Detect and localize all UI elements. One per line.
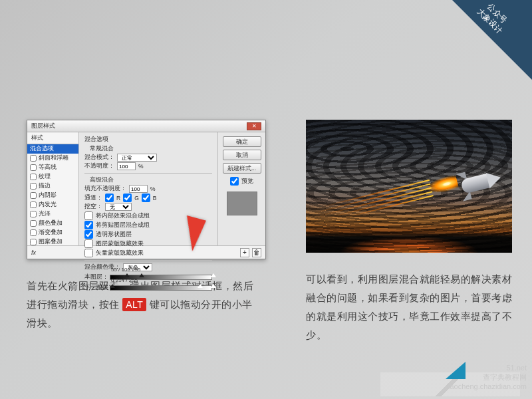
slider-handle-white[interactable] <box>211 284 216 288</box>
channel-r-checkbox[interactable] <box>105 194 114 202</box>
subsection-general: 常规混合 <box>90 145 212 153</box>
sidebar-item-inner-glow[interactable]: 内发光 <box>27 200 78 209</box>
sidebar-item-gradient-overlay[interactable]: 渐变叠加 <box>27 228 78 237</box>
subsection-advanced: 高级混合 <box>90 176 212 184</box>
checkbox-icon[interactable] <box>30 155 37 162</box>
knockout-label: 挖空： <box>84 203 102 211</box>
right-column: 可以看到，利用图层混合就能轻易的解决素材融合的问题，如果看到复杂的图片，首要考虑… <box>306 120 512 344</box>
percent-label: % <box>150 186 156 192</box>
percent-label: % <box>138 163 144 170</box>
knockout-select[interactable]: 无 <box>105 203 132 211</box>
this-layer-label: 本图层： <box>84 273 108 281</box>
sidebar-item-texture[interactable]: 纹理 <box>27 172 78 182</box>
cancel-button[interactable]: 取消 <box>223 150 261 160</box>
checkbox-icon[interactable] <box>30 220 37 227</box>
section-title: 混合选项 <box>84 135 212 144</box>
channel-b-checkbox[interactable] <box>142 194 150 202</box>
this-layer-values: 55 / 106 255 <box>111 267 140 273</box>
adv-opt-label: 矢量蒙版隐藏效果 <box>96 249 144 257</box>
dialog-title: 图层样式 <box>31 122 55 130</box>
underlying-layer-slider[interactable]: 0 214 / 255 下一图层： <box>84 283 212 293</box>
sidebar-item-label: 纹理 <box>39 173 51 181</box>
corner-badge: 公众号 大象设计 <box>452 0 532 80</box>
dialog-main: 混合选项 常规混合 混合模式： 正常 不透明度： % 高级混合 填充不透明度： <box>79 132 217 245</box>
fill-opacity-input[interactable] <box>129 185 148 193</box>
sidebar-item-label: 混合选项 <box>30 145 54 153</box>
sidebar-item-label: 颜色叠加 <box>39 219 63 227</box>
watermark-line: 51.net <box>447 363 527 372</box>
dialog-right-panel: 确定 取消 新建样式... 预览 <box>217 132 265 245</box>
watermark: 51.net 查字典教程网 jiaocheng.chazidian.com <box>447 363 527 391</box>
opacity-input[interactable] <box>117 162 136 170</box>
sidebar-item-label: 内发光 <box>39 201 57 209</box>
blend-mode-select[interactable]: 正常 <box>117 154 157 162</box>
channel-b-label: B <box>153 195 157 201</box>
watermark-line: jiaocheng.chazidian.com <box>447 382 527 391</box>
watermark-line: 查字典教程网 <box>447 372 527 382</box>
slider-handle-white-split[interactable] <box>198 284 203 288</box>
sidebar-item-inner-shadow[interactable]: 内阴影 <box>27 191 78 200</box>
sidebar-item-pattern-overlay[interactable]: 图案叠加 <box>27 237 78 245</box>
sidebar-item-label: 光泽 <box>39 210 51 218</box>
opacity-label: 不透明度： <box>84 162 114 170</box>
preview-label: 预览 <box>241 178 253 186</box>
checkbox-icon[interactable] <box>30 192 37 199</box>
close-icon[interactable]: ✕ <box>247 122 261 130</box>
checkbox-icon[interactable] <box>30 211 37 217</box>
sidebar-item-bevel[interactable]: 斜面和浮雕 <box>27 154 78 163</box>
sidebar-item-contour[interactable]: 等高线 <box>27 163 78 172</box>
right-caption: 可以看到，利用图层混合就能轻易的解决素材融合的问题，如果看到复杂的图片，首要考虑… <box>306 270 512 344</box>
dialog-titlebar: 图层样式 ✕ <box>27 120 265 132</box>
adv-opt-checkbox[interactable] <box>84 221 93 229</box>
adv-opt-checkbox[interactable] <box>84 239 93 248</box>
sidebar-item-label: 渐变叠加 <box>39 229 63 237</box>
slider-track[interactable] <box>110 285 212 291</box>
sidebar-item-stroke[interactable]: 描边 <box>27 182 78 191</box>
checkbox-icon[interactable] <box>30 164 37 171</box>
adv-opt-label: 图层蒙版隐藏效果 <box>96 240 144 248</box>
checkbox-icon[interactable] <box>30 239 37 245</box>
ok-button[interactable]: 确定 <box>223 136 261 147</box>
result-image <box>306 120 512 253</box>
adv-opt-label: 将内部效果混合成组 <box>96 212 150 220</box>
adv-opt-label: 将剪贴图层混合成组 <box>96 221 150 229</box>
new-style-button[interactable]: 新建样式... <box>223 163 261 174</box>
sidebar-item-satin[interactable]: 光泽 <box>27 209 78 219</box>
fx-label: fx <box>31 249 36 256</box>
sidebar-item-color-overlay[interactable]: 颜色叠加 <box>27 219 78 228</box>
adv-opt-checkbox[interactable] <box>84 249 93 257</box>
dialog-sidebar: 样式 混合选项 斜面和浮雕 等高线 纹理 描边 内阴影 内发光 光泽 颜色叠加 … <box>27 132 79 245</box>
channel-g-label: G <box>134 195 139 201</box>
slider-handle-black[interactable] <box>110 284 115 288</box>
sidebar-item-label: 描边 <box>39 182 51 190</box>
blend-mode-label: 混合模式： <box>84 154 114 162</box>
adv-opt-checkbox[interactable] <box>84 230 93 239</box>
corner-badge-text: 公众号 大象设计 <box>462 0 524 49</box>
checkbox-icon[interactable] <box>30 174 37 180</box>
alt-key-badge: ALT <box>122 298 146 311</box>
channel-g-checkbox[interactable] <box>123 194 132 202</box>
sidebar-header: 样式 <box>27 132 78 144</box>
sidebar-item-label: 斜面和浮雕 <box>39 154 68 162</box>
sidebar-item-label: 内阴影 <box>39 192 57 200</box>
checkbox-icon[interactable] <box>30 201 37 208</box>
add-effect-button[interactable]: + <box>240 248 249 257</box>
channel-r-label: R <box>116 195 120 201</box>
adv-opt-checkbox[interactable] <box>84 211 93 220</box>
left-column: 图层样式 ✕ 样式 混合选项 斜面和浮雕 等高线 纹理 描边 内阴影 内发光 光… <box>27 120 266 344</box>
layer-style-dialog: 图层样式 ✕ 样式 混合选项 斜面和浮雕 等高线 纹理 描边 内阴影 内发光 光… <box>27 120 266 259</box>
preview-checkbox[interactable] <box>230 177 239 186</box>
checkbox-icon[interactable] <box>30 229 37 236</box>
adv-opt-label: 透明形状图层 <box>96 231 132 239</box>
fill-opacity-label: 填充不透明度： <box>84 185 126 193</box>
delete-effect-button[interactable]: 🗑 <box>252 248 261 257</box>
checkbox-icon[interactable] <box>30 183 37 190</box>
sidebar-item-blend-options[interactable]: 混合选项 <box>27 144 78 154</box>
sidebar-item-label: 等高线 <box>39 164 57 172</box>
preview-swatch <box>227 192 257 215</box>
underlying-layer-values: 0 214 / 255 <box>111 277 138 283</box>
sidebar-item-label: 图案叠加 <box>39 238 63 245</box>
channels-label: 通道： <box>84 194 102 202</box>
